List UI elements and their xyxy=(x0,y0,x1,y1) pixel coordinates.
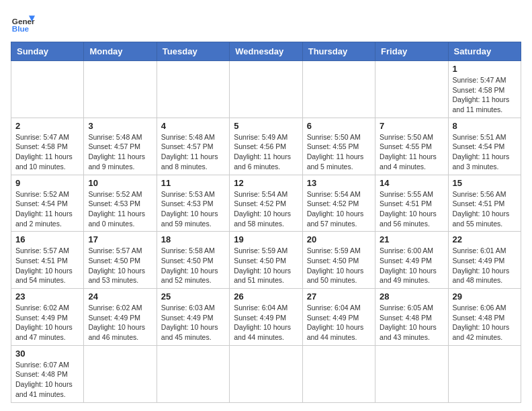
day-number: 20 xyxy=(307,234,371,244)
calendar-cell: 7Sunrise: 5:50 AM Sunset: 4:55 PM Daylig… xyxy=(375,118,448,175)
weekday-header-tuesday: Tuesday xyxy=(157,42,229,61)
day-number: 15 xyxy=(453,178,517,188)
calendar-cell: 19Sunrise: 5:59 AM Sunset: 4:50 PM Dayli… xyxy=(230,232,302,289)
calendar-cell: 28Sunrise: 6:05 AM Sunset: 4:48 PM Dayli… xyxy=(375,289,448,346)
calendar-week-2: 9Sunrise: 5:52 AM Sunset: 4:54 PM Daylig… xyxy=(11,175,521,232)
calendar-cell: 24Sunrise: 6:02 AM Sunset: 4:49 PM Dayli… xyxy=(84,289,157,346)
day-info: Sunrise: 6:06 AM Sunset: 4:48 PM Dayligh… xyxy=(453,303,517,342)
calendar-week-3: 16Sunrise: 5:57 AM Sunset: 4:51 PM Dayli… xyxy=(11,232,521,289)
day-number: 5 xyxy=(234,121,298,131)
day-info: Sunrise: 5:59 AM Sunset: 4:50 PM Dayligh… xyxy=(307,246,371,285)
calendar-cell: 2Sunrise: 5:47 AM Sunset: 4:58 PM Daylig… xyxy=(11,118,84,175)
logo-icon: General Blue xyxy=(11,11,35,35)
day-info: Sunrise: 5:48 AM Sunset: 4:57 PM Dayligh… xyxy=(88,132,152,172)
day-number: 12 xyxy=(234,178,298,188)
calendar-cell: 8Sunrise: 5:51 AM Sunset: 4:54 PM Daylig… xyxy=(448,118,521,175)
weekday-header-thursday: Thursday xyxy=(302,42,375,61)
calendar-cell: 11Sunrise: 5:53 AM Sunset: 4:53 PM Dayli… xyxy=(157,175,229,232)
day-info: Sunrise: 5:57 AM Sunset: 4:50 PM Dayligh… xyxy=(88,246,152,285)
calendar-cell xyxy=(84,61,157,118)
calendar-cell: 20Sunrise: 5:59 AM Sunset: 4:50 PM Dayli… xyxy=(302,232,375,289)
day-number: 23 xyxy=(15,291,79,302)
calendar-cell: 10Sunrise: 5:52 AM Sunset: 4:53 PM Dayli… xyxy=(84,175,157,232)
day-number: 14 xyxy=(380,178,443,188)
calendar-cell: 17Sunrise: 5:57 AM Sunset: 4:50 PM Dayli… xyxy=(84,232,157,289)
calendar-cell: 21Sunrise: 6:00 AM Sunset: 4:49 PM Dayli… xyxy=(375,232,448,289)
calendar-cell xyxy=(375,345,448,402)
day-info: Sunrise: 5:55 AM Sunset: 4:51 PM Dayligh… xyxy=(380,189,443,229)
day-number: 29 xyxy=(453,291,517,302)
day-number: 24 xyxy=(88,291,152,302)
day-info: Sunrise: 5:58 AM Sunset: 4:50 PM Dayligh… xyxy=(161,246,225,285)
day-number: 4 xyxy=(161,121,225,131)
calendar-cell: 29Sunrise: 6:06 AM Sunset: 4:48 PM Dayli… xyxy=(448,289,521,346)
day-number: 8 xyxy=(453,121,517,131)
svg-text:Blue: Blue xyxy=(12,24,30,33)
weekday-header-friday: Friday xyxy=(375,42,448,61)
day-info: Sunrise: 6:01 AM Sunset: 4:49 PM Dayligh… xyxy=(453,246,517,285)
day-number: 6 xyxy=(307,121,371,131)
calendar-cell xyxy=(84,345,157,402)
day-info: Sunrise: 6:07 AM Sunset: 4:48 PM Dayligh… xyxy=(15,360,79,400)
day-number: 2 xyxy=(15,121,79,131)
calendar-cell: 9Sunrise: 5:52 AM Sunset: 4:54 PM Daylig… xyxy=(11,175,84,232)
day-info: Sunrise: 5:54 AM Sunset: 4:52 PM Dayligh… xyxy=(234,189,298,229)
day-number: 25 xyxy=(161,291,225,302)
calendar-cell xyxy=(11,61,84,118)
day-info: Sunrise: 5:57 AM Sunset: 4:51 PM Dayligh… xyxy=(15,246,79,285)
day-number: 21 xyxy=(380,234,443,244)
weekday-header-saturday: Saturday xyxy=(448,42,521,61)
day-info: Sunrise: 5:50 AM Sunset: 4:55 PM Dayligh… xyxy=(380,132,443,172)
day-info: Sunrise: 5:59 AM Sunset: 4:50 PM Dayligh… xyxy=(234,246,298,285)
day-number: 3 xyxy=(88,121,152,131)
day-info: Sunrise: 5:50 AM Sunset: 4:55 PM Dayligh… xyxy=(307,132,371,172)
day-info: Sunrise: 5:56 AM Sunset: 4:51 PM Dayligh… xyxy=(453,189,517,229)
day-number: 30 xyxy=(15,349,79,359)
calendar-cell xyxy=(302,345,375,402)
day-info: Sunrise: 6:02 AM Sunset: 4:49 PM Dayligh… xyxy=(88,303,152,342)
day-info: Sunrise: 5:51 AM Sunset: 4:54 PM Dayligh… xyxy=(453,132,517,172)
calendar-week-0: 1Sunrise: 5:47 AM Sunset: 4:58 PM Daylig… xyxy=(11,61,521,118)
day-info: Sunrise: 5:54 AM Sunset: 4:52 PM Dayligh… xyxy=(307,189,371,229)
weekday-header-wednesday: Wednesday xyxy=(230,42,302,61)
calendar-cell xyxy=(157,61,229,118)
day-number: 11 xyxy=(161,178,225,188)
day-info: Sunrise: 6:05 AM Sunset: 4:48 PM Dayligh… xyxy=(380,303,443,342)
day-number: 13 xyxy=(307,178,371,188)
day-number: 22 xyxy=(453,234,517,244)
calendar-cell: 23Sunrise: 6:02 AM Sunset: 4:49 PM Dayli… xyxy=(11,289,84,346)
calendar-cell xyxy=(157,345,229,402)
day-number: 18 xyxy=(161,234,225,244)
day-info: Sunrise: 6:03 AM Sunset: 4:49 PM Dayligh… xyxy=(161,303,225,342)
calendar-cell: 18Sunrise: 5:58 AM Sunset: 4:50 PM Dayli… xyxy=(157,232,229,289)
day-info: Sunrise: 6:04 AM Sunset: 4:49 PM Dayligh… xyxy=(234,303,298,342)
calendar-cell: 6Sunrise: 5:50 AM Sunset: 4:55 PM Daylig… xyxy=(302,118,375,175)
calendar-cell xyxy=(448,345,521,402)
calendar-week-5: 30Sunrise: 6:07 AM Sunset: 4:48 PM Dayli… xyxy=(11,345,521,402)
weekday-header-monday: Monday xyxy=(84,42,157,61)
calendar-cell: 25Sunrise: 6:03 AM Sunset: 4:49 PM Dayli… xyxy=(157,289,229,346)
day-info: Sunrise: 5:48 AM Sunset: 4:57 PM Dayligh… xyxy=(161,132,225,172)
day-info: Sunrise: 5:52 AM Sunset: 4:54 PM Dayligh… xyxy=(15,189,79,229)
day-number: 28 xyxy=(380,291,443,302)
calendar-cell: 22Sunrise: 6:01 AM Sunset: 4:49 PM Dayli… xyxy=(448,232,521,289)
calendar-cell: 15Sunrise: 5:56 AM Sunset: 4:51 PM Dayli… xyxy=(448,175,521,232)
weekday-header-row: SundayMondayTuesdayWednesdayThursdayFrid… xyxy=(11,42,521,61)
day-number: 1 xyxy=(453,64,517,74)
calendar-week-4: 23Sunrise: 6:02 AM Sunset: 4:49 PM Dayli… xyxy=(11,289,521,346)
day-number: 19 xyxy=(234,234,298,244)
day-number: 7 xyxy=(380,121,443,131)
day-info: Sunrise: 5:49 AM Sunset: 4:56 PM Dayligh… xyxy=(234,132,298,172)
calendar-cell: 26Sunrise: 6:04 AM Sunset: 4:49 PM Dayli… xyxy=(230,289,302,346)
calendar-cell: 30Sunrise: 6:07 AM Sunset: 4:48 PM Dayli… xyxy=(11,345,84,402)
header: General Blue xyxy=(11,11,521,35)
day-info: Sunrise: 6:02 AM Sunset: 4:49 PM Dayligh… xyxy=(15,303,79,342)
day-info: Sunrise: 5:47 AM Sunset: 4:58 PM Dayligh… xyxy=(15,132,79,172)
day-number: 16 xyxy=(15,234,79,244)
calendar-week-1: 2Sunrise: 5:47 AM Sunset: 4:58 PM Daylig… xyxy=(11,118,521,175)
day-info: Sunrise: 5:53 AM Sunset: 4:53 PM Dayligh… xyxy=(161,189,225,229)
calendar-table: SundayMondayTuesdayWednesdayThursdayFrid… xyxy=(11,42,521,403)
calendar-cell: 12Sunrise: 5:54 AM Sunset: 4:52 PM Dayli… xyxy=(230,175,302,232)
calendar-cell xyxy=(230,61,302,118)
calendar-cell: 4Sunrise: 5:48 AM Sunset: 4:57 PM Daylig… xyxy=(157,118,229,175)
